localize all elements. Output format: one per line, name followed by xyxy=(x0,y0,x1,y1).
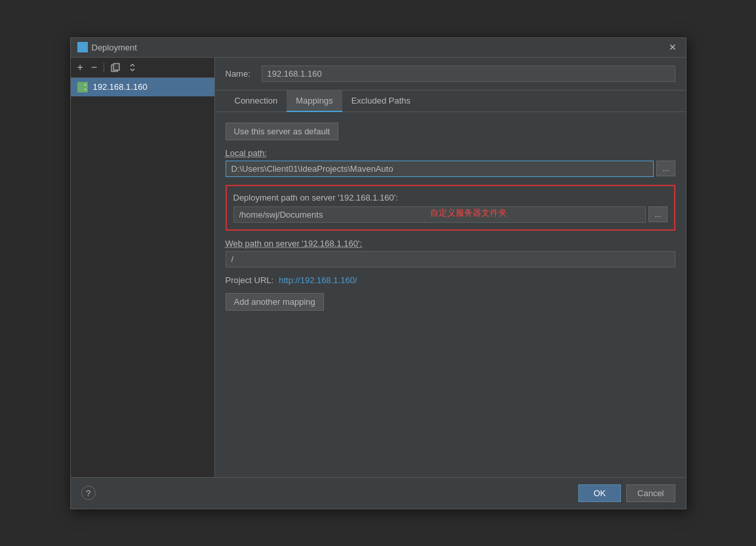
name-input[interactable] xyxy=(262,66,675,82)
server-name-label: 192.168.1.160 xyxy=(93,82,148,92)
main-content: Name: Connection Mappings Excluded Paths… xyxy=(215,58,686,477)
toolbar-divider xyxy=(104,62,104,73)
deployment-dialog: Deployment ✕ + − xyxy=(70,37,686,509)
footer-right: OK Cancel xyxy=(578,484,675,502)
use-default-button[interactable]: Use this server as default xyxy=(226,123,339,140)
window-title: Deployment xyxy=(92,43,137,52)
tab-connection[interactable]: Connection xyxy=(226,90,287,112)
deployment-path-browse-button[interactable]: ... xyxy=(648,206,667,222)
server-item[interactable]: 192.168.1.160 xyxy=(71,78,214,96)
footer-left: ? xyxy=(81,486,96,500)
title-bar: Deployment ✕ xyxy=(71,38,686,58)
tab-excluded-paths[interactable]: Excluded Paths xyxy=(342,90,420,112)
web-path-input[interactable] xyxy=(226,251,675,267)
dialog-body: + − xyxy=(71,58,686,477)
local-path-row: ... xyxy=(226,161,675,177)
web-path-group: Web path on server '192.168.1.160': xyxy=(226,239,675,267)
local-path-label: Local path: xyxy=(226,148,675,158)
server-icon xyxy=(77,82,88,92)
svg-rect-0 xyxy=(79,43,87,49)
move-server-button[interactable] xyxy=(125,62,140,73)
svg-point-9 xyxy=(85,88,86,90)
svg-rect-5 xyxy=(113,64,119,70)
name-row: Name: xyxy=(215,58,686,90)
tabs-bar: Connection Mappings Excluded Paths xyxy=(215,90,686,112)
title-bar-left: Deployment xyxy=(77,42,137,52)
help-button[interactable]: ? xyxy=(81,486,96,500)
tab-mappings[interactable]: Mappings xyxy=(287,90,342,112)
deployment-path-label: Deployment path on server '192.168.1.160… xyxy=(233,193,667,203)
close-button[interactable]: ✕ xyxy=(666,41,679,54)
remove-server-button[interactable]: − xyxy=(89,60,100,75)
local-path-group: Local path: ... xyxy=(226,148,675,177)
add-mapping-button[interactable]: Add another mapping xyxy=(226,293,324,311)
project-url-row: Project URL: http://192.168.1.160/ xyxy=(226,275,675,285)
sidebar: + − xyxy=(71,58,215,477)
deployment-icon xyxy=(77,42,88,52)
project-url-label: Project URL: xyxy=(226,275,274,285)
sidebar-toolbar: + − xyxy=(71,58,214,78)
local-path-browse-button[interactable]: ... xyxy=(656,161,675,176)
local-path-input[interactable] xyxy=(226,161,654,177)
cancel-button[interactable]: Cancel xyxy=(626,484,675,502)
deployment-path-section: Deployment path on server '192.168.1.160… xyxy=(226,185,675,231)
web-path-row xyxy=(226,251,675,267)
project-url-link[interactable]: http://192.168.1.160/ xyxy=(279,275,357,285)
dialog-footer: ? OK Cancel xyxy=(71,477,686,509)
ok-button[interactable]: OK xyxy=(578,484,621,502)
annotation-text: 自定义服务器文件夹 xyxy=(430,207,507,219)
add-server-button[interactable]: + xyxy=(75,60,86,75)
svg-rect-1 xyxy=(80,49,85,51)
copy-server-button[interactable] xyxy=(108,62,123,73)
tab-content-mappings: Use this server as default Local path: .… xyxy=(215,112,686,477)
svg-point-8 xyxy=(85,84,86,85)
web-path-label: Web path on server '192.168.1.160': xyxy=(226,239,675,248)
name-label: Name: xyxy=(226,69,255,79)
